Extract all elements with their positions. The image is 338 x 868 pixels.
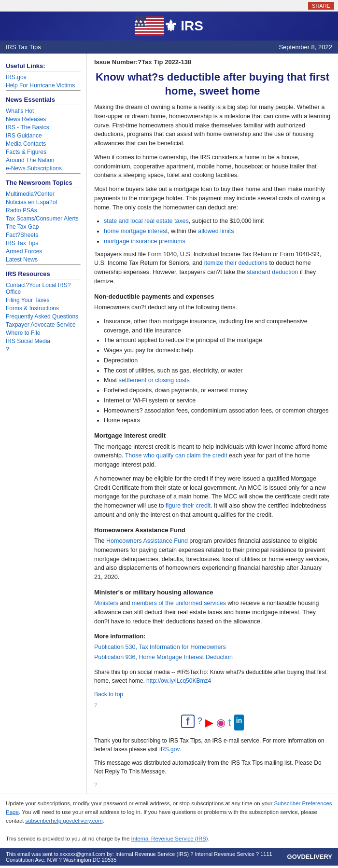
more-info-title: More information: <box>94 632 331 641</box>
newsroom-heading: The Newsroom Topics <box>6 179 81 188</box>
more-info-section: More information: Publication 530, Tax I… <box>94 632 331 662</box>
sidebar-link[interactable]: What's Hot <box>6 108 81 114</box>
sidebar-link[interactable]: Contact?Your Local IRS?Office <box>6 282 81 295</box>
useful-links-heading: Useful Links: <box>6 62 81 71</box>
svg-rect-11 <box>135 31 164 33</box>
title-bar: IRS Tax Tips September 8, 2022 <box>0 41 338 54</box>
govdelivery-footer: This email was sent to xxxxxx@gmail.com … <box>0 848 338 866</box>
news-essentials-list: What's HotNews ReleasesIRS - The BasicsI… <box>6 108 81 172</box>
question-mark-1: ? <box>94 701 331 709</box>
sidebar-link[interactable]: News Releases <box>6 116 81 123</box>
flag-icon: ★★★ ★★★★ <box>135 16 164 36</box>
sidebar-link[interactable]: Radio PSAs <box>6 207 81 214</box>
sidebar-link[interactable]: IRS Guidance <box>6 132 81 139</box>
content: Issue Number:?Tax Tip 2022-138 Know what… <box>87 54 338 794</box>
deduct-list: state and local real estate taxes, subje… <box>104 217 331 246</box>
non-deductible-intro: Homeowners can?t deduct any of the follo… <box>94 303 331 312</box>
title-bar-left: IRS Tax Tips <box>6 43 41 51</box>
more-info-link[interactable]: Publication 530, Tax Information for Hom… <box>94 643 331 652</box>
sidebar-link[interactable]: Latest News <box>6 256 81 263</box>
svg-rect-8 <box>135 27 164 28</box>
sidebar: Useful Links: IRS.govHelp For Hurricane … <box>0 54 87 794</box>
list-item: state and local real estate taxes, subje… <box>104 217 331 226</box>
sidebar-link[interactable]: Armed Forces <box>6 248 81 255</box>
facebook2-icon[interactable]: ? <box>197 715 202 730</box>
military-p1: Ministers and members of the uniformed s… <box>94 599 331 626</box>
sidebar-link[interactable]: Tax Scams/Consumer Alerts <box>6 215 81 222</box>
sidebar-link[interactable]: Help For Hurricane Victims <box>6 82 81 89</box>
sidebar-link[interactable]: Noticias en Espa?ol <box>6 199 81 206</box>
sidebar-link[interactable]: IRS Tax Tips <box>6 240 81 247</box>
bottom-p1: Update your subscriptions, modify your p… <box>6 799 332 826</box>
sidebar-link[interactable]: e-News Subscriptions <box>6 165 81 172</box>
article-title: Know what?s deductible after buying that… <box>94 70 331 98</box>
linkedin-icon[interactable]: in <box>234 715 244 730</box>
sidebar-link[interactable]: Multimedia?Center <box>6 191 81 197</box>
sidebar-link[interactable]: Facts & Figures <box>6 149 81 155</box>
list-item: mortgage insurance premiums <box>104 237 331 246</box>
sidebar-link[interactable]: IRS - The Basics <box>6 124 81 131</box>
mortgage-p1: The mortgage interest credit is meant to… <box>94 442 331 469</box>
sidebar-divider-2 <box>6 173 81 174</box>
list-item: Home repairs <box>104 416 331 425</box>
footer-email-text: This email was sent to xxxxxx@gmail.com … <box>6 851 287 863</box>
list-item: Wages you pay for domestic help <box>104 346 331 355</box>
irs-resources-list: Contact?Your Local IRS?OfficeFiling Your… <box>6 282 81 353</box>
list-item: Internet or Wi-Fi system or service <box>104 396 331 405</box>
svg-rect-9 <box>135 28 164 30</box>
list-item: Homeowners? association fees, condominiu… <box>104 406 331 415</box>
mortgage-heading: Mortgage interest credit <box>94 431 331 441</box>
list-item: Forfeited deposits, down payments, or ea… <box>104 386 331 395</box>
svg-rect-13 <box>135 34 164 36</box>
sidebar-divider-3 <box>6 264 81 265</box>
sidebar-link[interactable]: Filing Your Taxes <box>6 297 81 303</box>
sidebar-link[interactable]: Taxpayer Advocate Service <box>6 321 81 328</box>
para-2: When it comes to home ownership, the IRS… <box>94 153 331 180</box>
article-body: Making the dream of owning a home a real… <box>94 103 331 789</box>
youtube-icon[interactable]: ▶ <box>205 715 213 730</box>
sidebar-link[interactable]: IRS Social Media <box>6 338 81 344</box>
non-deductible-list: Insurance, other than mortgage insurance… <box>104 317 331 425</box>
para-4: Taxpayers must file Form 1040, U.S. Indi… <box>94 250 331 286</box>
list-item: Depreciation <box>104 356 331 365</box>
main-layout: Useful Links: IRS.govHelp For Hurricane … <box>0 54 338 794</box>
footer-note-2: This message was distributed automatical… <box>94 758 331 776</box>
list-item: Insurance, other than mortgage insurance… <box>104 317 331 335</box>
bottom-p2: This service is provided to you at no ch… <box>6 834 332 843</box>
question-mark-2: ? <box>94 781 331 789</box>
more-info-link[interactable]: Publication 936, Home Mortgage Interest … <box>94 653 331 662</box>
sidebar-link[interactable]: Around The Nation <box>6 157 81 164</box>
sidebar-link[interactable]: Where to File <box>6 330 81 336</box>
para-3: Most home buyers take out a mortgage loa… <box>94 185 331 212</box>
sidebar-divider-1 <box>6 90 81 91</box>
non-deductible-heading: Non-deductible payments and expenses <box>94 292 331 302</box>
share-tip: Share this tip on social media -- #IRSTa… <box>94 668 331 685</box>
irs-logo-text: IRS <box>181 18 203 34</box>
sidebar-link[interactable]: Media Contacts <box>6 140 81 147</box>
issue-number: Issue Number:?Tax Tip 2022-138 <box>94 58 331 66</box>
title-bar-right: September 8, 2022 <box>279 43 332 51</box>
irs-logo: ⚜ IRS <box>164 17 203 35</box>
share-bar: SHARE <box>0 0 338 12</box>
back-to-top-link[interactable]: Back to top <box>94 691 123 698</box>
sidebar-link[interactable]: ? <box>6 346 81 353</box>
haf-p1: The Homeowners Assistance Fund program p… <box>94 537 331 582</box>
sidebar-link[interactable]: Fact?Sheets <box>6 232 81 238</box>
more-info-links: Publication 530, Tax Information for Hom… <box>94 643 331 662</box>
instagram-icon[interactable]: ◉ <box>216 715 225 730</box>
facebook-icon[interactable]: f <box>181 715 195 728</box>
sidebar-link[interactable]: The Tax Gap <box>6 223 81 230</box>
sidebar-link[interactable]: Frequently Asked Questions <box>6 313 81 320</box>
social-icons-bar: f ? ▶ ◉ t in <box>94 715 331 730</box>
mortgage-p2: A homeowner may be eligible for the cred… <box>94 474 331 520</box>
svg-rect-12 <box>135 33 164 34</box>
military-heading: Minister's or military housing allowance <box>94 588 331 597</box>
sidebar-link[interactable]: Forms & Instructions <box>6 305 81 312</box>
twitter-icon[interactable]: t <box>228 715 231 730</box>
sidebar-link[interactable]: IRS.gov <box>6 74 81 81</box>
share-button[interactable]: SHARE <box>308 2 334 10</box>
footer-note-1: Thank you for subscribing to IRS Tax Tip… <box>94 736 331 754</box>
haf-heading: Homeowners Assistance Fund <box>94 525 331 535</box>
useful-links-list: IRS.govHelp For Hurricane Victims <box>6 74 81 89</box>
para-1: Making the dream of owning a home a real… <box>94 103 331 148</box>
